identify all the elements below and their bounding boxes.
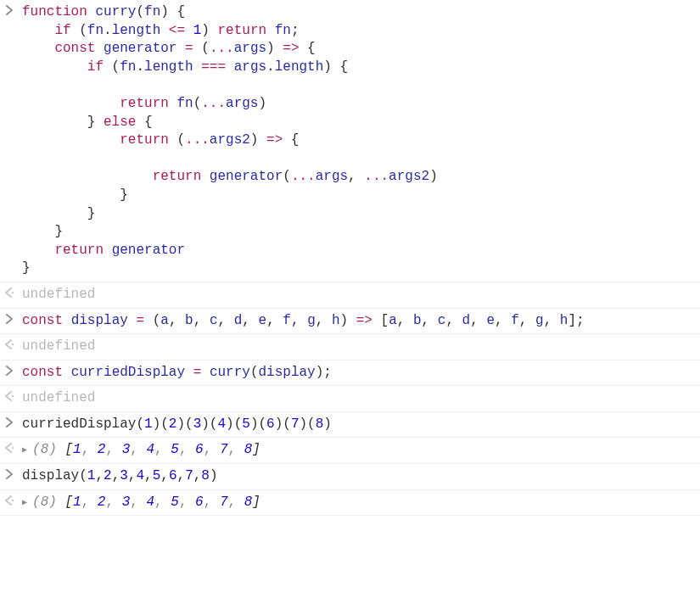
- array-length: (8): [32, 442, 64, 457]
- console-output-value: undefined: [22, 286, 695, 304]
- console-input-code: display(1,2,3,4,5,6,7,8): [22, 467, 695, 486]
- console-output-value: undefined: [22, 338, 695, 356]
- array-length: (8): [32, 494, 64, 510]
- console-input-code: const curriedDisplay = curry(display);: [22, 364, 695, 383]
- input-prompt-icon: [3, 467, 15, 479]
- input-prompt-icon: [3, 416, 15, 427]
- output-return-icon: [3, 389, 15, 401]
- expand-icon[interactable]: ▶: [22, 444, 27, 456]
- console-input-row[interactable]: display(1,2,3,4,5,6,7,8): [0, 464, 700, 490]
- console-output-row: undefined: [0, 386, 700, 412]
- output-return-icon: [3, 338, 15, 349]
- console-input-row[interactable]: curriedDisplay(1)(2)(3)(4)(5)(6)(7)(8): [0, 412, 700, 439]
- console-output-row: ▶(8) [1, 2, 3, 4, 5, 6, 7, 8]: [0, 438, 700, 464]
- undefined-value: undefined: [22, 287, 95, 302]
- input-prompt-icon: [3, 3, 15, 15]
- undefined-value: undefined: [22, 390, 95, 405]
- output-return-icon: [3, 286, 15, 298]
- output-return-icon: [3, 494, 15, 506]
- expand-icon[interactable]: ▶: [22, 497, 27, 509]
- console-output-row: undefined: [0, 282, 700, 309]
- undefined-value: undefined: [22, 338, 95, 354]
- console-input-code: const display = (a, b, c, d, e, f, g, h)…: [22, 312, 695, 331]
- svg-point-2: [12, 395, 14, 397]
- console-input-code: curriedDisplay(1)(2)(3)(4)(5)(6)(7)(8): [22, 416, 695, 434]
- console-output-value: ▶(8) [1, 2, 3, 4, 5, 6, 7, 8]: [22, 441, 695, 460]
- svg-point-3: [12, 447, 14, 449]
- console-input-row[interactable]: const display = (a, b, c, d, e, f, g, h)…: [0, 309, 700, 335]
- svg-point-4: [12, 499, 14, 500]
- console-output-value: undefined: [22, 389, 695, 408]
- svg-point-1: [12, 344, 14, 345]
- input-prompt-icon: [3, 312, 15, 324]
- devtools-console[interactable]: function curry(fn) { if (fn.length <= 1)…: [0, 0, 700, 516]
- console-input-row[interactable]: const curriedDisplay = curry(display);: [0, 360, 700, 387]
- console-output-row: undefined: [0, 334, 700, 360]
- output-return-icon: [3, 441, 15, 453]
- input-prompt-icon: [3, 364, 15, 376]
- console-output-value: ▶(8) [1, 2, 3, 4, 5, 6, 7, 8]: [22, 494, 695, 512]
- console-output-row: ▶(8) [1, 2, 3, 4, 5, 6, 7, 8]: [0, 490, 700, 517]
- console-input-code: function curry(fn) { if (fn.length <= 1)…: [22, 3, 695, 278]
- console-input-row[interactable]: function curry(fn) { if (fn.length <= 1)…: [0, 0, 700, 282]
- svg-point-0: [12, 292, 14, 293]
